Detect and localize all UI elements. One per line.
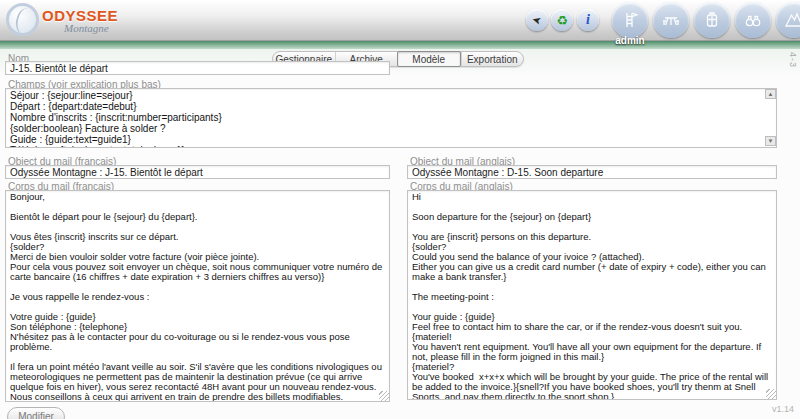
binoculars-profile-button[interactable] bbox=[735, 2, 771, 38]
admin-icon bbox=[620, 10, 640, 30]
picnic-profile-button[interactable] bbox=[653, 2, 689, 38]
tab-exportation[interactable]: Exportation bbox=[461, 52, 524, 66]
back-arrow-icon: ➤ bbox=[531, 13, 543, 26]
app-window: ODYSSEE Montagne ➤ ♻ i bbox=[0, 0, 800, 419]
champs-textarea[interactable]: Séjour : {sejour:line=sejour} Départ : {… bbox=[5, 88, 777, 148]
picnic-table-icon bbox=[661, 10, 681, 30]
logo-subtitle: Montagne bbox=[64, 22, 109, 34]
backpack-icon bbox=[702, 10, 722, 30]
corps-en-resize-grip[interactable] bbox=[766, 389, 776, 399]
back-button[interactable]: ➤ bbox=[526, 9, 548, 31]
tab-modele[interactable]: Modèle bbox=[397, 51, 461, 67]
admin-profile-label: admin bbox=[612, 35, 648, 46]
corps-en-textarea[interactable]: Hi Soon departure for the {sejour} on {d… bbox=[407, 190, 777, 400]
corps-fr-resize-grip[interactable] bbox=[379, 391, 389, 401]
equipment-profile-button[interactable] bbox=[694, 2, 730, 38]
recycle-icon: ♻ bbox=[556, 14, 568, 27]
objet-fr-input[interactable] bbox=[5, 165, 390, 179]
champs-scroll-up-arrow[interactable]: ▲ bbox=[765, 89, 776, 99]
header-bar: ODYSSEE Montagne ➤ ♻ i bbox=[0, 0, 800, 41]
objet-en-input[interactable] bbox=[407, 165, 777, 179]
refresh-button[interactable]: ♻ bbox=[551, 9, 573, 31]
mountain-profile-button[interactable] bbox=[776, 2, 800, 38]
admin-profile-button[interactable] bbox=[612, 2, 648, 38]
champs-scroll-down-arrow[interactable]: ▼ bbox=[765, 136, 776, 146]
mountain-icon bbox=[784, 10, 800, 30]
modifier-button[interactable]: Modifier bbox=[7, 407, 65, 419]
green-divider-bar bbox=[0, 41, 800, 49]
page-marker: 4-3 bbox=[788, 52, 798, 68]
logo-globe-icon bbox=[6, 3, 39, 36]
corps-fr-textarea[interactable]: Bonjour, Bientôt le départ pour le {sejo… bbox=[5, 190, 390, 402]
binoculars-icon bbox=[743, 10, 763, 30]
version-label: v1.14 bbox=[772, 404, 794, 414]
info-icon: i bbox=[586, 13, 590, 27]
info-button[interactable]: i bbox=[577, 9, 599, 31]
nom-input[interactable] bbox=[5, 61, 390, 75]
